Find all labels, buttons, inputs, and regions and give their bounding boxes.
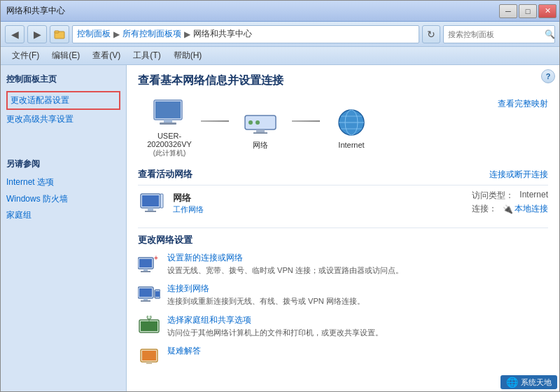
- setting-link-3[interactable]: 疑难解答: [167, 345, 201, 357]
- internet-label: Internet: [338, 141, 364, 149]
- connect-disconnect-link[interactable]: 连接或断开连接: [489, 169, 548, 181]
- search-box: 🔍: [443, 25, 555, 43]
- svg-rect-3: [155, 102, 181, 118]
- svg-rect-1: [55, 31, 59, 33]
- setting-item-1: 连接到网络 连接到或重新连接到无线、有线、拨号或 VPN 网络连接。: [138, 283, 548, 307]
- setting-content-2: 选择家庭组和共享选项 访问位于其他网络计算机上的文件和打印机，或更改共享设置。: [167, 314, 383, 338]
- maximize-button[interactable]: □: [519, 4, 537, 18]
- breadcrumb: 控制面板 ▶ 所有控制面板项 ▶ 网络和共享中心: [72, 25, 419, 43]
- net-item-network: 网络: [229, 106, 292, 150]
- setting-item-3: 疑难解答: [138, 345, 548, 368]
- svg-rect-27: [139, 288, 152, 297]
- main-area: 控制面板主页 更改适配器设置 更改高级共享设置 另请参阅 Internet 选项…: [1, 65, 559, 391]
- active-network-header: 查看活动网络 连接或断开连接: [138, 168, 548, 181]
- active-network-name: 网络: [173, 192, 472, 204]
- svg-rect-23: [144, 269, 148, 271]
- sidebar: 控制面板主页 更改适配器设置 更改高级共享设置 另请参阅 Internet 选项…: [1, 65, 127, 391]
- setting-icon-0: +: [138, 252, 160, 274]
- setting-content-0: 设置新的连接或网络 设置无线、宽带、拨号、临时或 VPN 连接；或设置路由器或访…: [167, 252, 403, 276]
- connection-value: 本地连接: [514, 203, 548, 215]
- computer-label: USER-20200326VY: [138, 132, 201, 148]
- svg-rect-31: [155, 291, 160, 297]
- svg-point-34: [147, 316, 151, 319]
- access-type-label: 访问类型：: [472, 190, 514, 202]
- svg-rect-9: [256, 130, 265, 132]
- svg-rect-33: [141, 321, 158, 331]
- menu-edit[interactable]: 编辑(E): [46, 48, 85, 63]
- setting-desc-0: 设置无线、宽带、拨号、临时或 VPN 连接；或设置路由器或访问点。: [167, 266, 403, 274]
- network-icon: [241, 106, 280, 137]
- menu-help[interactable]: 帮助(H): [168, 48, 208, 63]
- menu-bar: 文件(F) 编辑(E) 查看(V) 工具(T) 帮助(H): [1, 47, 559, 65]
- active-network-title: 查看活动网络: [138, 168, 192, 181]
- svg-rect-37: [142, 351, 156, 360]
- change-settings-title: 更改网络设置: [138, 227, 548, 246]
- menu-file[interactable]: 文件(F): [6, 48, 45, 63]
- connection-label: 连接：: [472, 203, 497, 215]
- connection-icon: 🔌: [503, 204, 513, 214]
- minimize-button[interactable]: ─: [499, 4, 517, 18]
- sidebar-also-see: 另请参阅 Internet 选项 Windows 防火墙 家庭组: [6, 155, 120, 223]
- svg-rect-38: [146, 362, 152, 364]
- svg-rect-22: [139, 259, 152, 267]
- active-network-icon: [138, 190, 166, 216]
- net-line-1: [201, 120, 229, 122]
- net-line-2: [292, 120, 320, 122]
- setting-link-0[interactable]: 设置新的连接或网络: [167, 252, 403, 264]
- active-network-details: 访问类型： Internet 连接： 🔌 本地连接: [472, 190, 548, 216]
- active-network-type-link[interactable]: 工作网络: [173, 204, 472, 215]
- search-input[interactable]: [448, 30, 545, 38]
- setting-desc-1: 连接到或重新连接到无线、有线、拨号或 VPN 网络连接。: [167, 297, 365, 305]
- access-type-row: 访问类型： Internet: [472, 190, 548, 202]
- window-title: 网络和共享中心: [6, 5, 65, 17]
- sidebar-link-adapter-settings[interactable]: 更改适配器设置: [6, 91, 120, 110]
- svg-rect-5: [160, 122, 176, 125]
- refresh-button[interactable]: ↻: [422, 25, 440, 43]
- back-button[interactable]: ◀: [5, 25, 24, 43]
- computer-icon: [150, 98, 189, 129]
- forward-button[interactable]: ▶: [27, 25, 47, 43]
- setting-desc-2: 访问位于其他网络计算机上的文件和打印机，或更改共享设置。: [167, 328, 383, 337]
- setting-icon-1: [138, 283, 160, 305]
- setting-content-1: 连接到网络 连接到或重新连接到无线、有线、拨号或 VPN 网络连接。: [167, 283, 365, 307]
- sidebar-link-internet-options[interactable]: Internet 选项: [6, 174, 120, 190]
- menu-view[interactable]: 查看(V): [87, 48, 126, 63]
- sidebar-link-firewall[interactable]: Windows 防火墙: [6, 191, 120, 207]
- watermark-text: 系统天地: [521, 377, 552, 388]
- setting-link-2[interactable]: 选择家庭组和共享选项: [167, 314, 383, 326]
- close-button[interactable]: ✕: [538, 4, 556, 18]
- menu-tools[interactable]: 工具(T): [127, 48, 166, 63]
- sidebar-link-homegroup[interactable]: 家庭组: [6, 207, 120, 223]
- active-network-row: 网络 工作网络 访问类型： Internet 连接： 🔌 本地连接: [138, 185, 548, 220]
- sidebar-also-see-title: 另请参阅: [6, 158, 120, 170]
- svg-rect-20: [145, 211, 156, 212]
- folder-icon-button[interactable]: [50, 25, 69, 43]
- net-item-computer: USER-20200326VY (此计算机): [138, 98, 201, 158]
- access-type-value: Internet: [519, 190, 548, 202]
- view-full-map-link[interactable]: 查看完整映射: [498, 98, 548, 110]
- setting-item-0: + 设置新的连接或网络 设置无线、宽带、拨号、临时或 VPN 连接；或设置路由器…: [138, 252, 548, 276]
- network-label: 网络: [253, 140, 268, 150]
- svg-rect-10: [253, 132, 267, 134]
- breadcrumb-control-panel[interactable]: 控制面板: [77, 28, 111, 40]
- watermark-icon: 🌐: [506, 377, 518, 388]
- svg-rect-4: [164, 120, 172, 122]
- setting-item-2: 选择家庭组和共享选项 访问位于其他网络计算机上的文件和打印机，或更改共享设置。: [138, 314, 548, 338]
- search-icon[interactable]: 🔍: [545, 29, 555, 39]
- svg-point-8: [255, 120, 260, 125]
- internet-icon: [332, 107, 371, 138]
- connection-link[interactable]: 🔌 本地连接: [503, 203, 548, 215]
- help-button[interactable]: ?: [541, 69, 555, 83]
- computer-sublabel: (此计算机): [153, 148, 186, 158]
- breadcrumb-all-items[interactable]: 所有控制面板项: [122, 28, 181, 40]
- sidebar-link-advanced-sharing[interactable]: 更改高级共享设置: [6, 111, 120, 127]
- net-item-internet: Internet: [320, 107, 383, 149]
- svg-text:+: +: [154, 254, 158, 262]
- svg-point-7: [248, 120, 253, 125]
- setting-link-1[interactable]: 连接到网络: [167, 283, 365, 295]
- svg-rect-24: [141, 271, 150, 272]
- active-network-main: 网络 工作网络: [173, 192, 472, 215]
- setting-icon-3: [138, 345, 160, 368]
- page-title: 查看基本网络信息并设置连接: [138, 74, 548, 88]
- title-bar-controls: ─ □ ✕: [499, 4, 556, 18]
